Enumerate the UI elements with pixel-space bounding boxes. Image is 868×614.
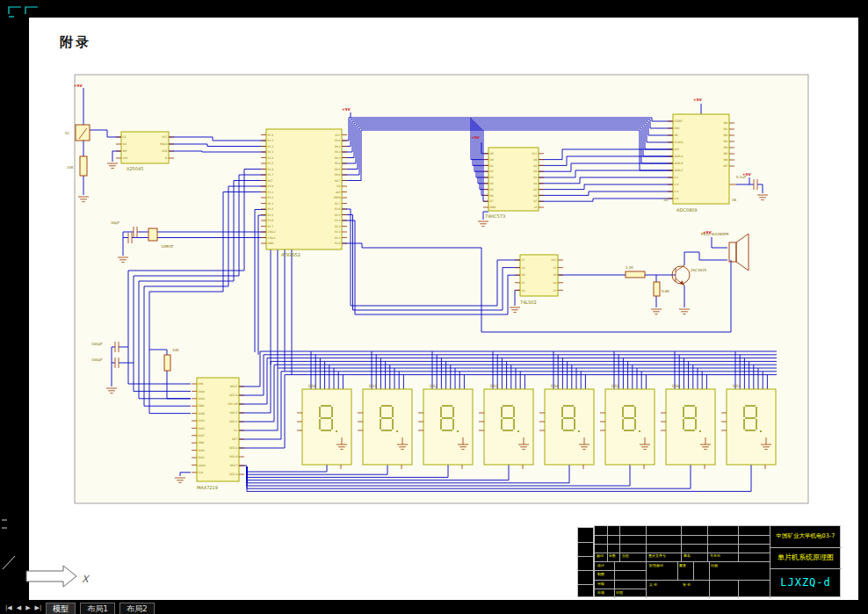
display-label: DS3 [490, 384, 498, 388]
svg-text:P0.1: P0.1 [335, 145, 341, 148]
tab-layout1[interactable]: 布局1 [80, 603, 115, 614]
svg-text:SCK: SCK [163, 149, 169, 153]
svg-text:VCC: VCC [551, 258, 556, 262]
svg-text:2-8: 2-8 [675, 197, 679, 200]
svg-text:ISET: ISET [232, 437, 238, 441]
cad-model-space: { "colors": { "wire": "#0000c6", "chip_f… [0, 0, 868, 614]
svg-text:OE: OE [490, 152, 494, 155]
svg-text:SEG F: SEG F [230, 464, 238, 467]
label-r4: 5.6K [662, 289, 669, 293]
label-pin10: 10 [663, 198, 669, 202]
svg-text:GND: GND [268, 242, 275, 245]
tab-nav-last-icon[interactable]: ▶| [35, 604, 42, 611]
display-label: DS1 [369, 384, 377, 388]
svg-text:SO: SO [123, 142, 127, 146]
svg-text:D1: D1 [490, 164, 494, 168]
svg-text:IN5: IN5 [723, 152, 727, 155]
svg-text:DIN: DIN [199, 382, 203, 386]
svg-text:SEG D: SEG D [229, 394, 238, 397]
svg-text:P1.3: P1.3 [268, 150, 274, 154]
crosshair-icon [9, 7, 21, 14]
svg-text:RST: RST [268, 179, 273, 183]
svg-text:IN0: IN0 [723, 121, 727, 125]
label-r1: 10K [67, 165, 74, 170]
chip-name-label: X25045 [127, 166, 143, 171]
svg-text:DIG2: DIG2 [199, 419, 206, 423]
svg-text:GND: GND [490, 206, 497, 209]
svg-text:Q1: Q1 [533, 164, 537, 168]
svg-text:START: START [675, 119, 683, 123]
svg-text:LOAD: LOAD [199, 464, 206, 467]
svg-text:VCC: VCC [532, 152, 537, 155]
svg-text:P2.2: P2.2 [335, 230, 341, 234]
svg-text:VCC: VCC [335, 134, 340, 137]
label-cxtal: 30pF [111, 220, 120, 225]
svg-text:D3: D3 [490, 176, 494, 179]
power-flag: +5V [703, 230, 712, 235]
tb-cell: 阶段标记 [649, 564, 663, 567]
display-label: DS5 [611, 384, 619, 388]
svg-text:P2.0: P2.0 [335, 242, 341, 245]
svg-text:SEG B: SEG B [229, 455, 237, 459]
power-flag: +5V [471, 135, 480, 140]
label-r3: 2.2K [626, 265, 633, 270]
tb-cell: 共 张 [649, 583, 657, 587]
display-label: DS2 [430, 384, 438, 388]
svg-text:P2.6: P2.6 [335, 207, 341, 211]
svg-text:Q6: Q6 [533, 194, 537, 198]
label-c1: 100pF [91, 342, 103, 346]
svg-text:P3.4: P3.4 [268, 207, 274, 211]
svg-text:DIG7: DIG7 [199, 434, 206, 437]
cad-viewport[interactable]: 附录 S1 10K 12MHZ 30pF [0, 0, 868, 614]
svg-text:ADD-A: ADD-A [675, 155, 684, 158]
svg-text:P1.4: P1.4 [268, 156, 274, 160]
svg-text:P0.5: P0.5 [335, 168, 341, 171]
display-ds2: DS2 [418, 384, 473, 470]
tab-nav-first-icon[interactable]: |◀ [5, 604, 12, 611]
chip-max7219: MAX7219DINDIG0DIG4GNDDIG6DIG2DIG3DIG7GND… [192, 378, 244, 490]
svg-text:XTAL1: XTAL1 [268, 236, 276, 240]
svg-text:D0: D0 [490, 158, 494, 162]
svg-text:WP: WP [123, 149, 127, 153]
svg-text:P3.7: P3.7 [268, 225, 274, 228]
svg-text:DIG4: DIG4 [199, 397, 206, 401]
svg-text:P0.2: P0.2 [335, 150, 341, 154]
tb-cell: 比例 [711, 564, 718, 567]
margin-mark [3, 556, 15, 569]
tb-cell: 日期 [616, 591, 623, 595]
chip-at89s52: AT89S52P1.0P1.1P1.2P1.3P1.4P1.5P1.6P1.7R… [261, 129, 347, 257]
svg-text:SEG A: SEG A [229, 473, 238, 476]
svg-text:SI: SI [165, 156, 168, 160]
svg-text:Q2: Q2 [533, 170, 537, 173]
svg-text:SEG G: SEG G [229, 446, 238, 450]
tab-layout2[interactable]: 布局2 [119, 603, 155, 614]
svg-text:P3.2: P3.2 [268, 196, 274, 199]
tab-nav-prev-icon[interactable]: ◀ [17, 604, 21, 611]
tb-cell: 分区 [622, 554, 629, 558]
svg-text:P0.7: P0.7 [335, 179, 341, 183]
label-xtal: 12MHZ [161, 244, 174, 249]
svg-text:4Y: 4Y [553, 266, 557, 270]
tb-cell: 标记 [597, 554, 604, 558]
label-pin16: 16 [732, 198, 737, 202]
svg-text:GND: GND [199, 441, 206, 444]
svg-text:1Y: 1Y [522, 258, 525, 262]
svg-text:IN3: IN3 [723, 140, 727, 143]
svg-text:IN6: IN6 [723, 158, 727, 162]
svg-text:CLOCK: CLOCK [675, 141, 684, 144]
svg-text:DIG1: DIG1 [199, 456, 206, 459]
tb-cell: 签名 [684, 554, 691, 558]
svg-text:P2.5: P2.5 [335, 213, 341, 217]
tab-model[interactable]: 模型 [46, 603, 76, 614]
svg-text:IN2: IN2 [723, 134, 727, 137]
chip-name-label: AT89S52 [281, 252, 300, 257]
tab-nav-next-icon[interactable]: ▶ [25, 604, 30, 611]
svg-text:P1.1: P1.1 [268, 139, 274, 142]
svg-text:P3.0: P3.0 [268, 184, 274, 188]
display-ds6: DS6 [661, 384, 715, 470]
svg-text:Q4: Q4 [533, 182, 537, 185]
svg-text:DIG3: DIG3 [199, 427, 206, 430]
svg-text:P2.4: P2.4 [335, 219, 341, 222]
svg-text:P1.0: P1.0 [268, 134, 274, 137]
resistor-r2 [164, 355, 170, 371]
